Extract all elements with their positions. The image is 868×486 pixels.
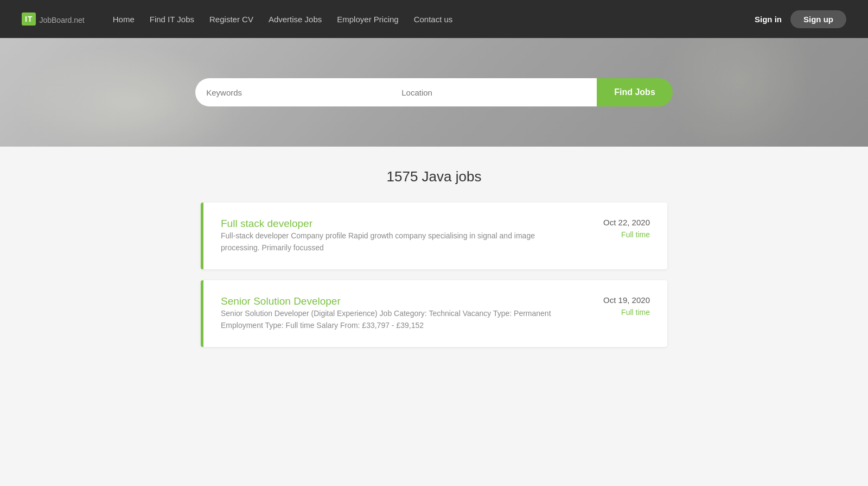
- job-type: Full time: [563, 230, 650, 239]
- hero-search-bar: Find Jobs: [195, 78, 673, 106]
- job-card: Full stack developer Full-stack develope…: [201, 203, 667, 269]
- nav-register-cv[interactable]: Register CV: [209, 15, 253, 24]
- job-card-body: Full stack developer Full-stack develope…: [221, 218, 552, 254]
- job-title-link[interactable]: Senior Solution Developer: [221, 295, 341, 307]
- job-description: Full-stack developer Company profile Rap…: [221, 230, 552, 254]
- nav-links: Home Find IT Jobs Register CV Advertise …: [113, 15, 737, 24]
- nav-contact-us[interactable]: Contact us: [414, 15, 453, 24]
- logo-name: JobBoard.net: [39, 12, 84, 26]
- keywords-input[interactable]: [195, 78, 391, 106]
- main-content: 1575 Java jobs Full stack developer Full…: [190, 147, 678, 380]
- job-card-body: Senior Solution Developer Senior Solutio…: [221, 295, 552, 332]
- results-title: 1575 Java jobs: [201, 168, 667, 185]
- job-description: Senior Solution Developer (Digital Exper…: [221, 307, 552, 332]
- nav-advertise-jobs[interactable]: Advertise Jobs: [269, 15, 322, 24]
- job-date: Oct 19, 2020: [563, 295, 650, 305]
- nav-employer-pricing[interactable]: Employer Pricing: [337, 15, 398, 24]
- hero-section: Find Jobs: [0, 38, 868, 147]
- sign-up-button[interactable]: Sign up: [790, 10, 846, 28]
- job-title-link[interactable]: Full stack developer: [221, 218, 312, 229]
- job-meta: Oct 19, 2020 Full time: [563, 295, 650, 332]
- nav-find-it-jobs[interactable]: Find IT Jobs: [150, 15, 194, 24]
- job-card: Senior Solution Developer Senior Solutio…: [201, 280, 667, 347]
- job-meta: Oct 22, 2020 Full time: [563, 218, 650, 254]
- logo-it-box: IT: [22, 12, 36, 26]
- navbar: IT JobBoard.net Home Find IT Jobs Regist…: [0, 0, 868, 38]
- nav-auth: Sign in Sign up: [755, 10, 846, 28]
- location-input[interactable]: [391, 78, 597, 106]
- logo[interactable]: IT JobBoard.net: [22, 12, 85, 26]
- sign-in-link[interactable]: Sign in: [755, 15, 782, 24]
- job-type: Full time: [563, 308, 650, 317]
- nav-home[interactable]: Home: [113, 15, 135, 24]
- find-jobs-button[interactable]: Find Jobs: [597, 78, 673, 106]
- job-date: Oct 22, 2020: [563, 218, 650, 227]
